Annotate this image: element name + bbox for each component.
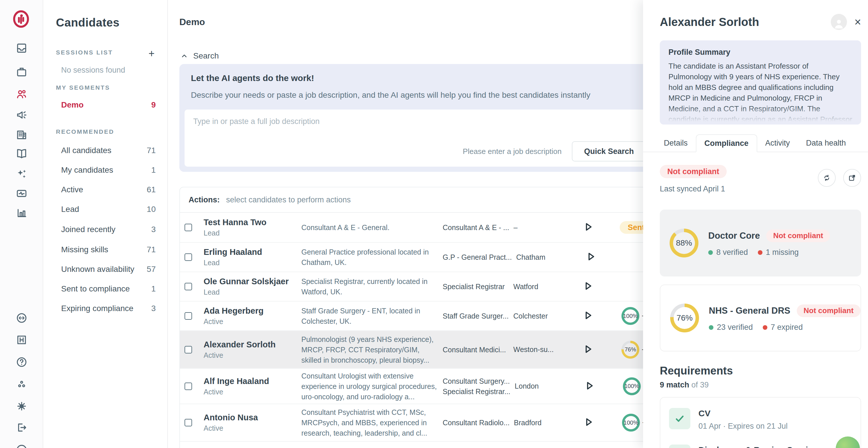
refresh-button[interactable] xyxy=(818,169,836,187)
megaphone-icon[interactable] xyxy=(16,109,28,121)
requirements-heading: Requirements xyxy=(660,365,861,377)
page-title: Candidates xyxy=(56,16,120,29)
play-button[interactable] xyxy=(584,380,595,392)
segment-item-lead[interactable]: Lead10 xyxy=(61,205,156,214)
table-row[interactable]: Alf Inge HaalandActive Consultant Urolog… xyxy=(180,369,654,404)
row-checkbox[interactable] xyxy=(185,224,192,231)
tab-data-health[interactable]: Data health xyxy=(798,134,854,152)
activity-icon[interactable] xyxy=(16,187,28,199)
help-icon[interactable] xyxy=(16,356,28,368)
segment-item-missing-skills[interactable]: Missing skills71 xyxy=(61,245,156,254)
tab-activity[interactable]: Activity xyxy=(757,134,798,152)
segment-label: Lead xyxy=(61,205,79,214)
table-row[interactable]: Antonio NusaActive Consultant Psychiatri… xyxy=(180,404,654,442)
segment-item-unknown-availability[interactable]: Unknown availability57 xyxy=(61,265,156,274)
match-ring: 100% xyxy=(623,377,641,395)
segment-item-expiring-compliance[interactable]: Expiring compliance3 xyxy=(61,304,156,313)
recommended-header: RECOMMENDED xyxy=(56,128,114,135)
play-button[interactable] xyxy=(583,281,594,293)
segments-panel: Candidates SESSIONS LIST + No sessions f… xyxy=(43,0,168,448)
row-checkbox[interactable] xyxy=(185,346,192,353)
candidate-role: Specialist Registrar xyxy=(443,281,509,292)
inbox-icon[interactable] xyxy=(16,42,28,54)
compliance-donut: 88% xyxy=(670,229,699,257)
add-session-button[interactable]: + xyxy=(149,49,155,59)
search-toggle-label: Search xyxy=(193,51,219,61)
h-square-icon[interactable] xyxy=(16,334,28,346)
open-external-button[interactable] xyxy=(843,169,861,187)
sparkles-icon[interactable] xyxy=(16,168,28,180)
table-row[interactable]: Erling HaalandLead General Practice prof… xyxy=(180,243,654,272)
segment-count: 1 xyxy=(151,284,156,293)
segment-count: 1 xyxy=(151,165,156,175)
candidate-desc: Pulmonologist (9 years NHS experience), … xyxy=(301,334,440,365)
table-row-partial[interactable]: Consultant Gastroenterologist with 10... xyxy=(180,442,654,448)
table-row[interactable]: Ole Gunnar SolskjaerLead Specialist Regi… xyxy=(180,272,654,301)
building-icon[interactable] xyxy=(16,129,28,141)
candidate-desc: Consultant Urologist with extensive expe… xyxy=(301,371,440,402)
table-row-selected[interactable]: Alexander SorlothActive Pulmonologist (9… xyxy=(180,331,654,369)
bar-chart-icon[interactable] xyxy=(16,207,28,219)
compliance-card-nhs-drs[interactable]: 76% NHS - General DRS Not compliant 23 v… xyxy=(660,285,861,351)
segment-item-joined-recently[interactable]: Joined recently3 xyxy=(61,225,156,234)
no-sessions-note: No sessions found xyxy=(61,66,125,75)
row-checkbox[interactable] xyxy=(185,283,192,290)
tab-compliance[interactable]: Compliance xyxy=(696,134,757,152)
compliance-name: NHS - General DRS xyxy=(709,306,790,316)
share-dots-icon[interactable] xyxy=(16,378,28,390)
actions-label: Actions: xyxy=(189,195,220,204)
segment-label: My candidates xyxy=(61,165,113,175)
play-button[interactable] xyxy=(583,344,594,356)
candidate-name: Alf Inge Haaland xyxy=(204,377,290,386)
gear-icon[interactable] xyxy=(16,400,28,412)
candidate-desc: General Practice professional located in… xyxy=(301,247,440,267)
candidate-desc: Specialist Registrar, currently located … xyxy=(301,276,440,297)
segment-item-all-candidates[interactable]: All candidates71 xyxy=(61,146,156,155)
compliance-status-row: Not compliant Last synced April 1 xyxy=(660,165,861,193)
segment-item-sent-to-compliance[interactable]: Sent to compliance1 xyxy=(61,284,156,293)
quick-search-button[interactable]: Quick Search xyxy=(572,141,646,161)
candidate-name: Antonio Nusa xyxy=(204,413,290,422)
requirement-item-dbs[interactable]: Disclosure & Barring Service 01 Apr · Ex… xyxy=(669,445,852,448)
play-button[interactable] xyxy=(583,417,595,429)
book-icon[interactable] xyxy=(16,148,28,160)
candidate-desc: Consultant A & E - General. xyxy=(301,222,440,233)
segment-item-demo[interactable]: Demo 9 xyxy=(61,100,156,109)
play-button[interactable] xyxy=(583,310,594,322)
table-row[interactable]: Test Hanna Two Lead Consultant A & E - G… xyxy=(180,213,654,243)
compliance-badge: Not compliant xyxy=(797,305,861,317)
brand-logo-icon[interactable] xyxy=(11,10,31,28)
segment-item-active[interactable]: Active61 xyxy=(61,185,156,194)
search-collapse-toggle[interactable]: Search xyxy=(181,51,219,61)
candidate-location: London xyxy=(515,382,572,390)
table-row[interactable]: Ada HegerbergActive Staff Grade Surgery … xyxy=(180,301,654,331)
candidate-status: Active xyxy=(204,388,290,396)
row-checkbox[interactable] xyxy=(185,253,192,261)
segment-item-my-candidates[interactable]: My candidates1 xyxy=(61,165,156,175)
play-button[interactable] xyxy=(585,251,597,263)
tab-details[interactable]: Details xyxy=(656,134,696,152)
candidate-role: G.P - General Pract... xyxy=(443,252,512,262)
briefcase-icon[interactable] xyxy=(16,66,28,78)
row-checkbox[interactable] xyxy=(185,419,192,426)
requirement-item-cv[interactable]: CV 01 Apr · Expires on 21 Jul xyxy=(669,408,852,431)
close-icon[interactable]: × xyxy=(855,16,861,28)
candidate-location: Watford xyxy=(513,283,571,291)
code-circle-icon[interactable] xyxy=(16,312,28,324)
match-percent: 76% xyxy=(624,343,637,356)
candidate-status: Active xyxy=(204,351,290,359)
row-checkbox[interactable] xyxy=(185,312,192,320)
candidate-location: Colchester xyxy=(513,312,571,320)
compliance-card-doctor-core[interactable]: 88% Doctor Core Not compliant 8 verified… xyxy=(660,210,861,277)
candidate-desc: Staff Grade Surgery - ENT, located in Co… xyxy=(301,306,440,326)
logout-icon[interactable] xyxy=(16,421,28,434)
main-content: Demo Search Let the AI agents do the wor… xyxy=(168,0,654,448)
partial-circle-icon[interactable] xyxy=(16,443,28,448)
candidate-role: Consultant Medici... xyxy=(443,345,509,355)
chevron-up-icon xyxy=(181,52,188,60)
ai-search-card: Let the AI agents do the work! Describe … xyxy=(179,64,655,172)
play-button[interactable] xyxy=(583,221,594,233)
drawer-candidate-name: Alexander Sorloth xyxy=(660,15,831,29)
row-checkbox[interactable] xyxy=(185,383,192,390)
users-icon[interactable] xyxy=(16,88,28,100)
